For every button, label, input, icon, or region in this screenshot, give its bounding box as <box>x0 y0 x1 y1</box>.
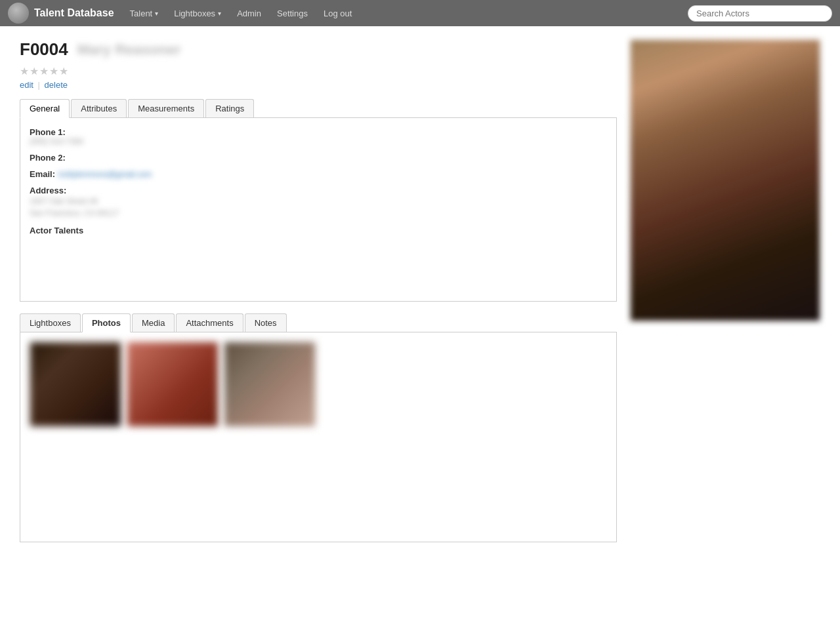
star-4[interactable]: ★ <box>49 65 58 77</box>
star-1[interactable]: ★ <box>20 65 29 77</box>
actor-id: F0004 <box>20 39 68 60</box>
photo-thumb-3[interactable] <box>224 342 316 427</box>
star-rating[interactable]: ★ ★ ★ ★ ★ <box>20 65 617 77</box>
star-2[interactable]: ★ <box>30 65 39 77</box>
phone2-row: Phone 2: <box>30 153 607 163</box>
nav-settings[interactable]: Settings <box>270 3 314 24</box>
tab-photos[interactable]: Photos <box>82 313 131 332</box>
email-value[interactable]: mollylemmons@gmail.com <box>58 170 152 179</box>
address-label: Address: <box>30 186 607 195</box>
tab-media[interactable]: Media <box>132 313 175 332</box>
tab-attributes[interactable]: Attributes <box>71 99 127 117</box>
tab-general[interactable]: General <box>20 99 70 118</box>
tab-measurements[interactable]: Measurements <box>128 99 204 117</box>
bottom-tabs-section: Lightboxes Photos Media Attachments Note… <box>20 313 617 542</box>
email-label: Email: <box>30 169 55 179</box>
phone1-row: Phone 1: (555) 510-7300 <box>30 127 607 146</box>
left-column: F0004 Mary Reasoner ★ ★ ★ ★ ★ edit | del… <box>20 39 617 542</box>
star-3[interactable]: ★ <box>39 65 49 77</box>
edit-link[interactable]: edit <box>20 80 33 90</box>
photo-thumb-2[interactable] <box>127 342 219 427</box>
actor-header: F0004 Mary Reasoner <box>20 39 617 60</box>
photo-thumb-1[interactable] <box>30 342 121 427</box>
talents-label: Actor Talents <box>30 226 607 235</box>
tab-notes[interactable]: Notes <box>245 313 287 332</box>
info-tabs-bar: General Attributes Measurements Ratings <box>20 99 617 118</box>
profile-photo[interactable] <box>630 39 820 321</box>
phone1-value: (555) 510-7300 <box>30 137 607 146</box>
app-logo: Talent Database <box>8 3 114 24</box>
bottom-tabs-bar: Lightboxes Photos Media Attachments Note… <box>20 313 617 332</box>
talent-dropdown-arrow: ▾ <box>155 10 158 17</box>
delete-link[interactable]: delete <box>45 80 68 90</box>
nav-logout[interactable]: Log out <box>317 3 358 24</box>
photos-grid <box>30 342 607 427</box>
address-row: Address: 1507 Oak Street #6 San Francisc… <box>30 186 607 219</box>
search-input[interactable] <box>688 5 832 22</box>
action-links: edit | delete <box>20 80 617 90</box>
nav-talent[interactable]: Talent ▾ <box>123 3 165 24</box>
link-separator: | <box>38 80 43 90</box>
phone2-label: Phone 2: <box>30 153 66 163</box>
photos-panel <box>20 332 617 542</box>
nav-admin[interactable]: Admin <box>230 3 268 24</box>
lightboxes-dropdown-arrow: ▾ <box>218 10 221 17</box>
logo-icon <box>8 3 29 24</box>
phone1-label: Phone 1: <box>30 127 66 137</box>
app-title: Talent Database <box>34 7 114 19</box>
star-5[interactable]: ★ <box>59 65 68 77</box>
info-panel: Phone 1: (555) 510-7300 Phone 2: Email: … <box>20 118 617 302</box>
tab-ratings[interactable]: Ratings <box>205 99 254 117</box>
email-row: Email: mollylemmons@gmail.com <box>30 169 607 179</box>
nav-lightboxes[interactable]: Lightboxes ▾ <box>167 3 228 24</box>
address-line1: 1507 Oak Street #6 San Francisco, CA 941… <box>30 195 607 219</box>
navbar: Talent Database Talent ▾ Lightboxes ▾ Ad… <box>0 0 840 26</box>
tab-lightboxes[interactable]: Lightboxes <box>20 313 81 332</box>
tab-attachments[interactable]: Attachments <box>176 313 243 332</box>
right-column <box>630 39 820 542</box>
actor-name: Mary Reasoner <box>77 41 181 58</box>
page-content: F0004 Mary Reasoner ★ ★ ★ ★ ★ edit | del… <box>0 26 840 555</box>
